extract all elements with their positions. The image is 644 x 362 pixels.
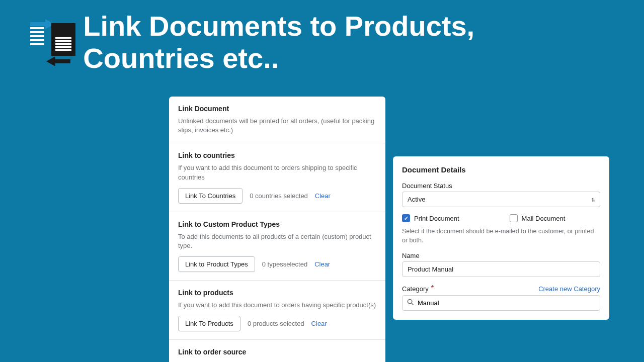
category-search-input[interactable]	[402, 295, 600, 311]
document-status-select[interactable]: Active	[402, 192, 600, 207]
link-to-countries-button[interactable]: Link To Countries	[178, 188, 243, 204]
clear-countries-link[interactable]: Clear	[315, 192, 331, 200]
clear-products-link[interactable]: Clear	[311, 320, 327, 327]
link-products-desc: If you want to add this document to orde…	[178, 301, 376, 310]
page-title: Link Documents to Products, Countries et…	[83, 10, 614, 75]
link-products-title: Link to products	[178, 289, 376, 297]
mail-document-checkbox[interactable]	[510, 214, 518, 222]
required-indicator: *	[431, 284, 434, 293]
document-details-panel: Document Details Document Status Active …	[393, 156, 609, 320]
link-document-panel: Link Document Unlinked documents will be…	[169, 97, 385, 362]
link-document-heading: Link Document	[178, 105, 376, 113]
link-to-products-button[interactable]: Link To Products	[178, 316, 240, 331]
category-label: Category	[402, 285, 429, 293]
link-types-desc: To add this documents to all products of…	[178, 232, 376, 250]
document-details-heading: Document Details	[402, 165, 600, 174]
link-countries-title: Link to countries	[178, 151, 376, 159]
svg-line-1	[412, 303, 414, 305]
types-selected-status: 0 typesselected	[262, 260, 307, 268]
countries-selected-status: 0 countries selected	[250, 192, 308, 200]
app-logo-icon	[30, 17, 70, 67]
name-label: Name	[402, 252, 600, 259]
mail-document-label: Mail Document	[522, 215, 566, 222]
document-status-label: Document Status	[402, 182, 600, 190]
create-new-category-link[interactable]: Create new Category	[538, 285, 600, 293]
clear-types-link[interactable]: Clear	[314, 260, 330, 268]
search-icon	[407, 299, 414, 308]
print-document-checkbox[interactable]	[402, 214, 410, 222]
link-to-product-types-button[interactable]: Link to Product Types	[178, 256, 255, 272]
name-input[interactable]	[402, 261, 600, 277]
link-document-intro: Unlinked documents will be printed for a…	[178, 117, 376, 135]
link-types-title: Link to Custom Product Types	[178, 220, 376, 228]
print-document-label: Print Document	[414, 215, 459, 222]
products-selected-status: 0 products selected	[248, 320, 304, 327]
document-delivery-help: Select if the document should be e-maile…	[402, 227, 600, 245]
link-source-desc: This can be helpful when you want to pri…	[178, 360, 376, 362]
link-countries-desc: If you want to add this document to orde…	[178, 163, 376, 182]
link-source-title: Link to order source	[178, 348, 376, 356]
svg-point-0	[408, 299, 412, 303]
